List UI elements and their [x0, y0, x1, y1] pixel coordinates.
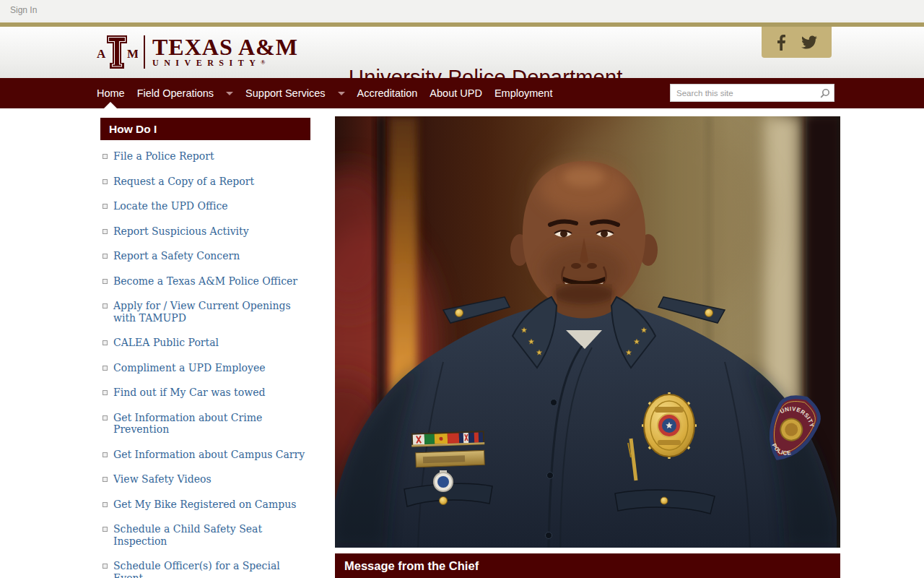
sidebar-link-find-out-if-my-car-was-towed[interactable]: Find out if My Car was towed: [100, 387, 310, 399]
active-tab-indicator: [104, 102, 117, 108]
sidebar-link-schedule-officer-s-for-a-special-event[interactable]: Schedule Officer(s) for a Special Event: [100, 560, 310, 578]
sidebar-link-file-a-police-report[interactable]: File a Police Report: [100, 150, 310, 163]
chevron-down-icon[interactable]: [226, 92, 233, 95]
nav-item-support-services[interactable]: Support Services: [244, 78, 346, 108]
page: Sign In A M TEXAS A&M UNIVERSITY® Univer…: [0, 0, 924, 578]
sidebar-link-apply-for-view-current-openings-with-tamupd[interactable]: Apply for / View Current Openings with T…: [100, 300, 310, 324]
sidebar-link-view-safety-videos[interactable]: View Safety Videos: [100, 473, 310, 486]
sidebar-link-get-information-about-campus-carry[interactable]: Get Information about Campus Carry: [100, 449, 310, 461]
epaulette-button-right: [705, 309, 713, 317]
sidebar-link-locate-the-upd-office[interactable]: Locate the UPD Office: [100, 200, 310, 212]
sidebar-link-compliment-a-upd-employee[interactable]: Compliment a UPD Employee: [100, 362, 310, 374]
name-plate: [416, 450, 485, 467]
sidebar-link-schedule-a-child-safety-seat-inspection[interactable]: Schedule a Child Safety Seat Inspection: [100, 523, 310, 547]
logo-divider: [144, 35, 145, 69]
facebook-icon[interactable]: [777, 35, 785, 51]
nav-item-label: Field Operations: [137, 87, 214, 99]
how-do-i-sidebar: How Do I File a Police ReportRequest a C…: [100, 118, 310, 578]
top-bar: Sign In: [0, 0, 924, 22]
logo-line1: TEXAS A&M: [152, 36, 298, 58]
sidebar-link-request-a-copy-of-a-report[interactable]: Request a Copy of a Report: [100, 176, 310, 188]
nav-item-field-operations[interactable]: Field Operations: [136, 78, 235, 108]
nav-item-list: HomeField OperationsSupport ServicesAccr…: [95, 78, 563, 108]
logo-letter-a: A: [97, 47, 106, 61]
nav-item-home[interactable]: Home: [95, 78, 126, 108]
nav-item-label: About UPD: [430, 87, 482, 99]
ribbon-bar: [411, 431, 485, 447]
police-badge: [642, 392, 697, 459]
search-input[interactable]: [671, 89, 816, 98]
nav-item-label: Employment: [494, 87, 553, 99]
sidebar-link-calea-public-portal[interactable]: CALEA Public Portal: [100, 337, 310, 349]
sidebar-link-report-suspicious-activity[interactable]: Report Suspicious Activity: [100, 225, 310, 238]
twitter-icon[interactable]: [801, 35, 817, 49]
site-header: A M TEXAS A&M UNIVERSITY® University Pol…: [0, 27, 924, 78]
tamu-block-logo-icon: A M: [96, 33, 138, 72]
registered-mark: ®: [261, 59, 265, 66]
epaulette-button-left: [456, 309, 463, 317]
main-nav: HomeField OperationsSupport ServicesAccr…: [0, 78, 924, 108]
nav-item-employment[interactable]: Employment: [493, 78, 554, 108]
search-icon[interactable]: [816, 85, 834, 101]
chevron-down-icon[interactable]: [338, 92, 345, 95]
tamu-logo[interactable]: A M TEXAS A&M UNIVERSITY®: [96, 33, 298, 72]
logo-letter-m: M: [127, 47, 138, 61]
nav-item-label: Accreditation: [357, 87, 418, 99]
sidebar-link-get-my-bike-registered-on-campus[interactable]: Get My Bike Registered on Campus: [100, 499, 310, 511]
message-from-chief-heading: Message from the Chief: [335, 553, 840, 578]
sidebar-link-list: File a Police ReportRequest a Copy of a …: [100, 150, 310, 578]
chief-photo: UNIVERSITY POLICE: [335, 116, 840, 548]
social-links-box: [762, 27, 832, 58]
nav-item-label: Support Services: [245, 87, 325, 99]
nav-item-accreditation[interactable]: Accreditation: [356, 78, 419, 108]
site-search: [670, 84, 834, 102]
sidebar-title: How Do I: [100, 118, 310, 140]
sidebar-link-get-information-about-crime-prevention[interactable]: Get Information about Crime Prevention: [100, 412, 310, 436]
sign-in-link[interactable]: Sign In: [10, 5, 37, 15]
nav-item-about-upd[interactable]: About UPD: [428, 78, 484, 108]
logo-text: TEXAS A&M UNIVERSITY®: [152, 36, 298, 68]
nav-item-label: Home: [97, 87, 125, 99]
sidebar-link-become-a-texas-a-m-police-officer[interactable]: Become a Texas A&M Police Officer: [100, 275, 310, 288]
sidebar-link-report-a-safety-concern[interactable]: Report a Safety Concern: [100, 250, 310, 262]
